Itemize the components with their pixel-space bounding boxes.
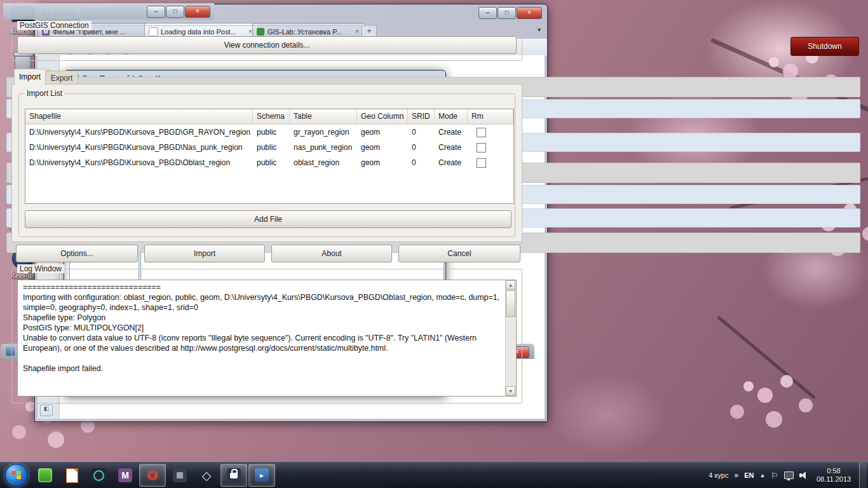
m-app-icon: M bbox=[118, 468, 132, 482]
column-header-geocolumn[interactable]: Geo Column bbox=[357, 109, 408, 125]
chevron-down-icon[interactable]: ▾ bbox=[538, 26, 541, 33]
taskbar-m-site-button[interactable]: M bbox=[112, 464, 138, 486]
scroll-up-arrow[interactable]: ▲ bbox=[506, 280, 515, 290]
globe-app-icon bbox=[92, 468, 105, 482]
add-file-button[interactable]: Add File bbox=[25, 210, 512, 228]
cell-srid[interactable]: 0 bbox=[408, 125, 435, 140]
cell-mode[interactable]: Create bbox=[435, 155, 468, 170]
dashboard-window-controls: – □ × bbox=[147, 6, 210, 18]
taskbar-clock[interactable]: 0:58 08.11.2013 bbox=[814, 467, 853, 484]
column-header-rm[interactable]: Rm bbox=[468, 109, 513, 125]
tray-expand-icon[interactable]: ▲ bbox=[759, 472, 765, 478]
opera-icon: O bbox=[147, 468, 158, 483]
cell-geocolumn[interactable]: geom bbox=[357, 125, 408, 140]
group-label: PostGIS Connection bbox=[17, 21, 92, 30]
shutdown-button[interactable]: Shutdown bbox=[790, 37, 859, 56]
postgis-connection-group: PostGIS Connection View connection detai… bbox=[11, 25, 522, 61]
cell-schema[interactable]: public bbox=[253, 140, 290, 155]
blossom-decoration bbox=[743, 381, 754, 391]
rm-checkbox[interactable] bbox=[477, 128, 486, 137]
minimize-button[interactable]: – bbox=[147, 6, 165, 18]
taskbar-folder-toolbar[interactable]: 4 курс bbox=[709, 471, 728, 479]
geoserver-diamond-icon: ◇ bbox=[202, 468, 212, 483]
cancel-button[interactable]: Cancel bbox=[398, 245, 520, 262]
taskbar-tray: 4 курс » EN ▲ ⚐ 0:58 08.11.2013 bbox=[709, 463, 868, 488]
log-window-group: Log Window =============================… bbox=[11, 269, 522, 403]
cell-geocolumn[interactable]: geom bbox=[357, 140, 408, 155]
log-textarea[interactable]: ============================== Importing… bbox=[17, 280, 517, 396]
group-label: Import List bbox=[24, 89, 65, 98]
import-file-table: Shapefile Schema Table Geo Column SRID M… bbox=[25, 109, 514, 204]
package-app-icon bbox=[173, 468, 187, 482]
view-connection-details-button[interactable]: View connection details... bbox=[17, 36, 517, 54]
volume-icon[interactable] bbox=[799, 471, 808, 479]
table-header-row: Shapefile Schema Table Geo Column SRID M… bbox=[25, 109, 513, 125]
scrollbar-thumb[interactable] bbox=[506, 290, 515, 317]
cell-mode[interactable]: Create bbox=[435, 125, 468, 140]
table-row[interactable]: D:\Universyty\4_Kurs\PBGD\Kursova_PBGD\G… bbox=[25, 125, 513, 140]
cell-table[interactable]: gr_rayon_region bbox=[290, 125, 357, 140]
column-header-shapefile[interactable]: Shapefile bbox=[25, 109, 253, 125]
taskbar: M O ◇ ▸ 4 курс » EN ▲ ⚐ 0:58 08.11.2013 bbox=[0, 462, 868, 488]
cell-schema[interactable]: public bbox=[253, 125, 290, 140]
minimize-button[interactable]: – bbox=[478, 7, 497, 19]
taskbar-document-app-button[interactable] bbox=[59, 464, 85, 486]
cell-schema[interactable]: public bbox=[253, 155, 290, 170]
taskbar-geoserver-button[interactable]: ◇ bbox=[194, 464, 219, 486]
column-header-table[interactable]: Table bbox=[290, 109, 357, 125]
taskbar-shapefile-loader-button[interactable]: ▸ bbox=[248, 464, 275, 487]
column-header-srid[interactable]: SRID bbox=[408, 109, 435, 125]
close-button[interactable]: × bbox=[185, 6, 210, 18]
opera-window-controls: – □ × bbox=[478, 7, 542, 19]
taskbar-opera-button[interactable]: O bbox=[139, 464, 166, 487]
taskbar-green-app-button[interactable] bbox=[32, 464, 58, 486]
close-button[interactable]: × bbox=[517, 7, 542, 19]
taskbar-keepass-button[interactable] bbox=[220, 464, 247, 487]
taskbar-package-app-button[interactable] bbox=[167, 464, 193, 486]
tab-import[interactable]: Import bbox=[14, 69, 46, 85]
cell-shapefile: D:\Universyty\4_Kurs\PBGD\Kursova_PBGD\G… bbox=[25, 125, 253, 140]
table-row[interactable]: D:\Universyty\4_Kurs\PBGD\Kursova_PBGD\N… bbox=[25, 140, 513, 155]
green-app-icon bbox=[38, 468, 52, 482]
table-row[interactable]: D:\Universyty\4_Kurs\PBGD\Kursova_PBGD\O… bbox=[25, 155, 513, 170]
cell-geocolumn[interactable]: geom bbox=[357, 155, 408, 170]
blossom-decoration bbox=[769, 57, 779, 67]
network-icon[interactable] bbox=[784, 471, 794, 479]
cell-table[interactable]: nas_punk_region bbox=[290, 140, 357, 155]
cell-mode[interactable]: Create bbox=[435, 140, 468, 155]
options-button[interactable]: Options... bbox=[16, 245, 138, 262]
maximize-button[interactable]: □ bbox=[166, 6, 184, 18]
column-header-mode[interactable]: Mode bbox=[435, 109, 468, 125]
group-label: Log Window bbox=[17, 264, 64, 273]
document-app-icon bbox=[66, 468, 78, 483]
clock-date: 08.11.2013 bbox=[817, 475, 851, 484]
panel-toggle-button[interactable]: ◧ bbox=[40, 405, 53, 416]
toolbar-overflow-chevron[interactable]: » bbox=[734, 471, 738, 480]
cell-srid[interactable]: 0 bbox=[408, 155, 435, 170]
about-button[interactable]: About bbox=[271, 245, 392, 262]
dashboard-titlebar: – □ × bbox=[3, 3, 214, 20]
windows-logo-icon bbox=[11, 471, 22, 480]
import-tab-panel: Import List Shapefile Schema Table Geo C… bbox=[11, 84, 522, 242]
taskbar-globe-app-button[interactable] bbox=[86, 464, 111, 486]
log-vertical-scrollbar[interactable]: ▲ ▼ bbox=[505, 280, 516, 396]
cell-shapefile: D:\Universyty\4_Kurs\PBGD\Kursova_PBGD\N… bbox=[25, 140, 253, 155]
rm-checkbox[interactable] bbox=[477, 158, 486, 168]
cell-srid[interactable]: 0 bbox=[408, 140, 435, 155]
log-text: ============================== Importing… bbox=[18, 280, 506, 396]
clock-time: 0:58 bbox=[827, 467, 840, 475]
cell-table[interactable]: oblast_region bbox=[290, 155, 357, 170]
cell-shapefile: D:\Universyty\4_Kurs\PBGD\Kursova_PBGD\O… bbox=[25, 155, 253, 170]
screen: Компью Корзин TV X 2010_iri West_oil Kee… bbox=[0, 0, 868, 488]
start-button[interactable] bbox=[5, 464, 28, 487]
action-center-flag-icon[interactable]: ⚐ bbox=[771, 471, 778, 480]
shapefile-loader-icon: ▸ bbox=[255, 468, 269, 482]
scroll-down-arrow[interactable]: ▼ bbox=[506, 386, 515, 396]
column-header-schema[interactable]: Schema bbox=[253, 109, 290, 125]
keepass-lock-icon bbox=[227, 468, 241, 482]
language-indicator[interactable]: EN bbox=[744, 471, 754, 479]
show-desktop-button[interactable] bbox=[859, 463, 867, 488]
import-button[interactable]: Import bbox=[144, 245, 265, 262]
rm-checkbox[interactable] bbox=[477, 143, 486, 152]
maximize-button[interactable]: □ bbox=[498, 7, 516, 19]
